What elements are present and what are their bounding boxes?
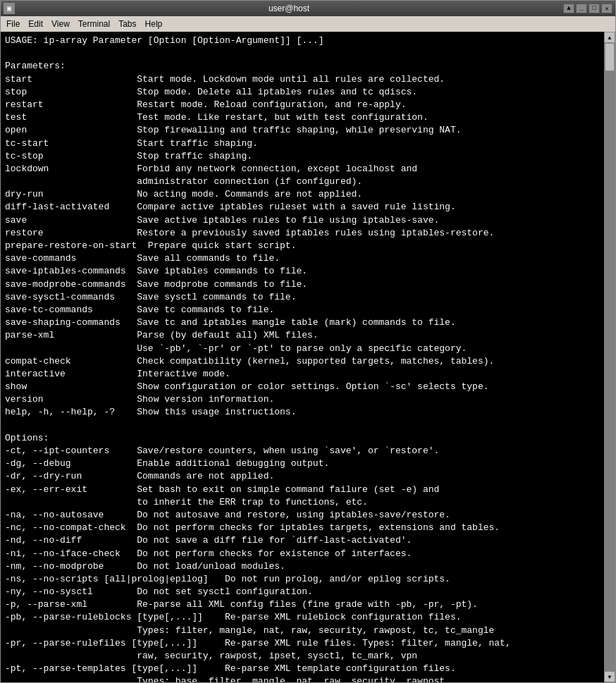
minimize-button[interactable]: _: [576, 4, 587, 13]
scroll-down-btn[interactable]: ▼: [604, 671, 615, 682]
window-title: user@host: [269, 4, 309, 13]
maximize-button[interactable]: □: [589, 4, 600, 13]
title-bar: ▣ user@host ▲ _ □ ✕: [1, 1, 615, 16]
menu-edit[interactable]: Edit: [24, 18, 47, 30]
terminal-window: ▣ user@host ▲ _ □ ✕ File Edit View Termi…: [0, 0, 616, 683]
menu-view[interactable]: View: [47, 18, 74, 30]
terminal-area: USAGE: ip-array Parameter [Option [Optio…: [1, 32, 615, 682]
menu-terminal[interactable]: Terminal: [74, 18, 114, 30]
window-icon: ▣: [4, 3, 15, 14]
close-button[interactable]: ✕: [601, 4, 612, 13]
title-bar-buttons: ▲ _ □ ✕: [563, 4, 612, 13]
menu-bar: File Edit View Terminal Tabs Help: [1, 16, 615, 32]
scrollbar[interactable]: ▲ ▼: [604, 32, 615, 682]
title-bar-left: ▣: [4, 3, 15, 14]
scroll-up-button[interactable]: ▲: [563, 4, 574, 13]
menu-tabs[interactable]: Tabs: [114, 18, 140, 30]
terminal-output[interactable]: USAGE: ip-array Parameter [Option [Optio…: [1, 32, 604, 682]
scroll-track[interactable]: [604, 43, 615, 671]
menu-help[interactable]: Help: [141, 18, 167, 30]
scroll-up-btn[interactable]: ▲: [604, 32, 615, 43]
scroll-thumb[interactable]: [605, 43, 615, 71]
menu-file[interactable]: File: [2, 18, 24, 30]
